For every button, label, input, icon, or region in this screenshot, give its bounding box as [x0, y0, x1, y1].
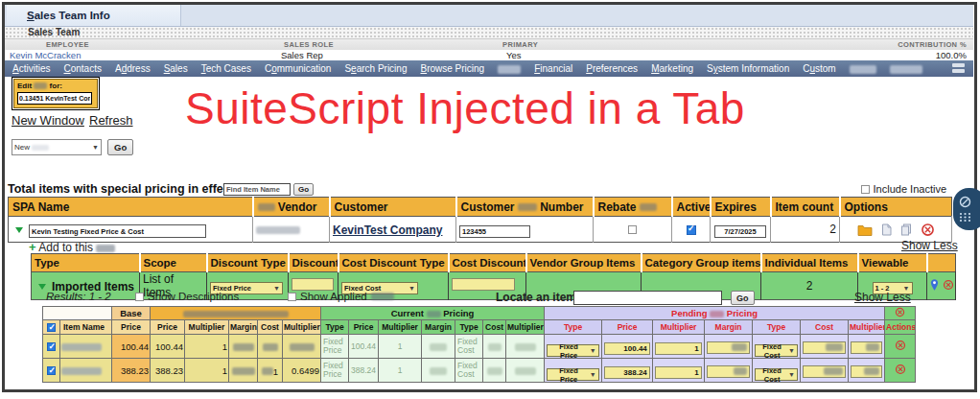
nav-item-marketing[interactable]: Marketing	[651, 63, 693, 74]
nav-item-system-information[interactable]: System Information	[707, 63, 789, 74]
active-checkbox[interactable]	[687, 225, 696, 235]
help-widget[interactable]	[953, 188, 980, 230]
nav-item-browse-pricing[interactable]: Browse Pricing	[420, 63, 484, 74]
dialpad-icon[interactable]	[959, 212, 971, 223]
pending-cost-multiplier-input[interactable]	[851, 365, 882, 378]
info-icon[interactable]	[959, 196, 971, 208]
row-checkbox[interactable]	[47, 366, 56, 375]
nav-item-contacts[interactable]: Contacts	[63, 63, 101, 74]
col-vendor: Vendor	[253, 198, 330, 217]
col-cur-cost-multiplier: Multiplier	[506, 320, 545, 335]
refresh-link[interactable]: Refresh	[89, 113, 133, 128]
remove-icon[interactable]	[895, 364, 906, 375]
folder-icon[interactable]	[857, 223, 873, 236]
redacted-text	[430, 343, 447, 351]
nav-item-communication[interactable]: Communication	[265, 63, 332, 74]
show-less-link-2[interactable]: Show Less	[854, 291, 911, 304]
edit-popup-input[interactable]	[17, 92, 92, 105]
pending-price-type-select[interactable]: Fixed Price▼	[547, 368, 598, 381]
pending-price-type-select[interactable]: Fixed Price▼	[547, 344, 598, 357]
pricing-header-row: Item Name Price Price Multiplier Margin …	[43, 320, 916, 335]
col-type: Type	[32, 254, 140, 272]
customer-number-input[interactable]	[459, 225, 530, 238]
col-discount: Discount	[289, 254, 338, 272]
spa-name-input[interactable]	[29, 224, 206, 238]
spa-table: SPA Name Vendor Customer Customer Number…	[8, 197, 952, 243]
pending-price-input[interactable]: 100.44	[604, 342, 650, 355]
include-inactive-checkbox[interactable]	[861, 185, 870, 194]
tab-title: ales Team Info	[35, 10, 110, 21]
col-customer: Customer	[330, 198, 456, 217]
customer-link[interactable]: KevinTest Company	[333, 223, 442, 237]
go-button-find[interactable]: Go	[293, 183, 314, 196]
pending-cost-type-select[interactable]: Fixed Cost▼	[755, 344, 798, 357]
nav-item-sales[interactable]: Sales	[164, 63, 188, 74]
show-less-link-1[interactable]: Show Less	[901, 239, 958, 252]
remove-icon[interactable]	[895, 307, 905, 317]
rebate-checkbox[interactable]	[628, 225, 637, 234]
tab-sales-team-info[interactable]: Sales Team Info	[7, 5, 181, 26]
redacted-text	[640, 203, 657, 211]
nav-item-financial[interactable]: Financial	[534, 63, 572, 74]
remove-icon[interactable]	[921, 223, 935, 237]
pending-cost-input[interactable]	[803, 341, 846, 354]
go-button-locate[interactable]: Go	[731, 291, 755, 305]
col-spa-name: SPA Name	[9, 198, 253, 217]
employee-link[interactable]: Kevin McCracken	[10, 50, 81, 60]
pin-icon[interactable]	[930, 279, 939, 291]
pending-cost-type-select[interactable]: Fixed Cost▼	[755, 368, 798, 381]
new-window-link[interactable]: New Window	[12, 113, 84, 128]
find-item-input[interactable]	[223, 183, 291, 196]
go-button-top[interactable]: Go	[107, 139, 133, 155]
redacted-text	[183, 311, 289, 317]
sales-role-value: Sales Rep	[281, 50, 323, 60]
remove-icon[interactable]	[943, 279, 954, 291]
select-all-checkbox[interactable]	[47, 323, 56, 332]
menu-icon[interactable]	[952, 63, 965, 74]
action-select[interactable]: New ▼	[12, 139, 102, 155]
expires-input[interactable]	[714, 225, 766, 238]
discount-input[interactable]	[292, 278, 334, 291]
col-cost: Cost	[258, 320, 283, 335]
redacted-text	[262, 367, 273, 375]
locate-item-input[interactable]	[573, 291, 722, 305]
nav-item-redacted[interactable]	[498, 63, 521, 74]
redacted-text	[710, 311, 724, 317]
triangle-down-icon[interactable]	[15, 227, 23, 233]
redacted-item-link[interactable]	[61, 343, 102, 351]
pending-price-input[interactable]: 388.24	[604, 366, 650, 379]
pending-margin-input[interactable]	[707, 365, 750, 378]
nav-item-tech-cases[interactable]: Tech Cases	[201, 63, 251, 74]
nav-item-custom[interactable]: Custom	[803, 63, 835, 74]
pricing-row: 388.23 388.23 1 1 0.6499 Fixed Price 388…	[43, 359, 916, 383]
document-icon[interactable]	[881, 223, 892, 236]
col-cur-cost: Cost	[483, 320, 506, 335]
pending-margin-input[interactable]	[707, 341, 750, 354]
nav-item-address[interactable]: Address	[115, 63, 151, 74]
redacted-text	[258, 203, 275, 211]
show-applied-checkbox[interactable]	[288, 293, 296, 301]
triangle-down-icon[interactable]	[38, 284, 46, 290]
nav-item-search-pricing[interactable]: Search Pricing	[344, 63, 407, 74]
cost-multiplier-value: 0.6499	[283, 359, 321, 383]
copy-icon[interactable]	[900, 223, 912, 236]
pending-cost-multiplier-input[interactable]	[851, 341, 882, 354]
section-title: Sales Team	[28, 27, 80, 37]
remove-icon[interactable]	[895, 340, 906, 351]
pending-multiplier-input[interactable]: 1	[655, 342, 701, 355]
nav-item-activities[interactable]: Activities	[12, 63, 50, 74]
cost-discount-input[interactable]	[452, 278, 515, 291]
redacted-item-link[interactable]	[61, 367, 102, 375]
nav-item-preferences[interactable]: Preferences	[586, 63, 638, 74]
add-to-spa-link[interactable]: + Add to this	[29, 240, 115, 254]
nav-item-redacted[interactable]	[890, 63, 922, 74]
pending-multiplier-input[interactable]: 1	[655, 366, 701, 379]
redacted-text	[256, 226, 300, 234]
row-checkbox[interactable]	[47, 342, 56, 351]
show-descriptions-checkbox[interactable]	[135, 293, 144, 301]
include-inactive-label: Include Inactive	[874, 183, 946, 195]
show-applied: Show Applied	[288, 291, 394, 302]
pending-cost-input[interactable]	[803, 365, 846, 378]
nav-item-redacted[interactable]	[850, 63, 876, 74]
base-price-value: 388.23	[112, 359, 151, 383]
